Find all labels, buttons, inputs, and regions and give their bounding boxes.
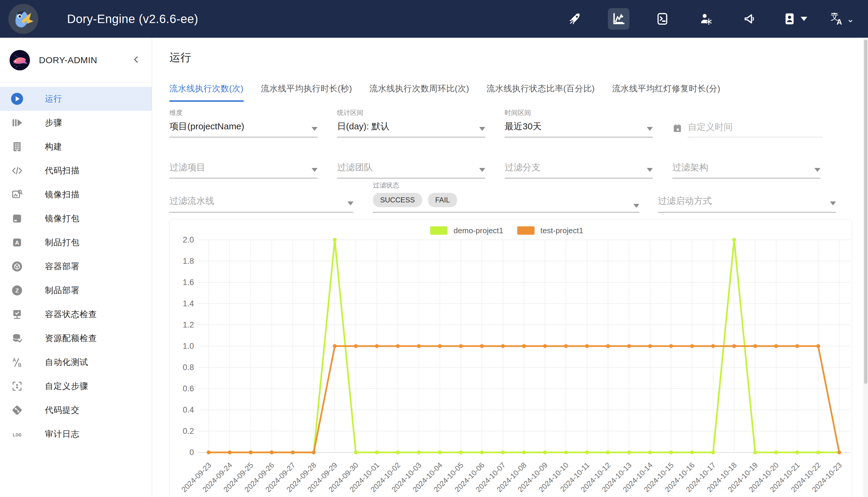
legend-swatch[interactable] <box>517 226 535 235</box>
app-header: Dory-Engine (v2.6.6-ee) <box>0 0 868 38</box>
account-icon[interactable] <box>783 8 807 30</box>
chart-card: demo-project1test-project1 00.20.40.60.8… <box>170 219 852 497</box>
custom-time-input[interactable]: 自定义时间 <box>672 109 822 138</box>
org-profile: DORY-ADMIN <box>0 38 152 83</box>
sidebar-item-3[interactable]: 代码扫描 <box>0 159 152 183</box>
line-chart[interactable]: 00.20.40.60.81.01.21.41.61.82.02024-09-2… <box>170 236 852 497</box>
sidebar-item-11[interactable]: AB 自动化测试 <box>0 350 152 374</box>
scrollbar[interactable] <box>863 38 868 497</box>
status-chip-fail[interactable]: FAIL <box>428 193 457 207</box>
status-chip-success[interactable]: SUCCESS <box>373 193 422 207</box>
dropdown-arrow-icon <box>647 127 653 131</box>
svg-text:0: 0 <box>189 448 194 457</box>
dory-fish-logo <box>9 4 38 34</box>
tab-bar: 流水线执行次数(次)流水线平均执行时长(秒)流水线执行次数周环比(次)流水线执行… <box>170 83 864 102</box>
sidebar-item-12[interactable]: 自定义步骤 <box>0 374 152 398</box>
dropdown-arrow-icon <box>312 127 318 131</box>
container-deploy-icon <box>10 259 24 273</box>
image-scan-icon <box>10 188 24 201</box>
scrollbar-thumb[interactable] <box>864 40 867 384</box>
rocket-icon[interactable] <box>564 8 586 30</box>
svg-text:0.8: 0.8 <box>183 363 194 372</box>
legend-swatch[interactable] <box>430 226 447 235</box>
chart-icon[interactable] <box>608 8 630 30</box>
sidebar-item-6[interactable]: A 制品打包 <box>0 230 152 255</box>
dropdown-arrow-icon <box>633 204 639 208</box>
main-content: 运行 流水线执行次数(次)流水线平均执行时长(秒)流水线执行次数周环比(次)流水… <box>153 38 864 497</box>
filter-row-3: 过滤流水线 过滤状态 SUCCESS FAIL 过滤启动方式 <box>170 181 864 213</box>
interval-select[interactable]: 统计区间 日(day): 默认 <box>337 109 485 138</box>
svg-text:0.6: 0.6 <box>183 384 194 393</box>
tab-1[interactable]: 流水线平均执行时长(秒) <box>261 83 352 102</box>
svg-text:1.6: 1.6 <box>183 278 194 287</box>
git-commit-icon <box>10 403 24 417</box>
sidebar-collapse-icon[interactable] <box>131 54 142 66</box>
dimension-select[interactable]: 维度 项目(projectName) <box>170 109 318 138</box>
svg-text:Z: Z <box>15 287 19 294</box>
filter-row-1: 维度 项目(projectName) 统计区间 日(day): 默认 时间区间 … <box>170 109 864 138</box>
announcement-icon[interactable] <box>739 8 761 30</box>
sidebar-item-label: 镜像打包 <box>45 213 79 224</box>
filter-trigger-select[interactable]: 过滤启动方式 <box>658 195 836 213</box>
dropdown-arrow-icon <box>347 201 353 205</box>
svg-text:A: A <box>15 240 19 246</box>
sidebar-item-0[interactable]: 运行 <box>0 87 152 111</box>
sidebar-item-2[interactable]: 构建 <box>0 135 152 159</box>
svg-text:1.2: 1.2 <box>183 321 194 329</box>
filter-project-select[interactable]: 过滤项目 <box>170 161 318 179</box>
sidebar-item-8[interactable]: Z 制品部署 <box>0 279 152 302</box>
tab-0[interactable]: 流水线执行次数(次) <box>170 83 244 102</box>
filter-branch-select[interactable]: 过滤分支 <box>505 161 653 179</box>
dropdown-arrow-icon <box>312 168 318 172</box>
sidebar-item-4[interactable]: 镜像扫描 <box>0 183 152 207</box>
sidebar-item-1[interactable]: 步骤 <box>0 111 152 135</box>
legend-label[interactable]: demo-project1 <box>453 226 503 235</box>
svg-text:2.0: 2.0 <box>183 236 194 244</box>
sidebar-item-label: 代码提交 <box>45 404 79 416</box>
account-caret-icon <box>801 17 807 21</box>
tab-4[interactable]: 流水线平均红灯修复时长(分) <box>612 83 721 102</box>
sidebar-item-label: 自定义步骤 <box>45 381 88 392</box>
dropdown-arrow-icon <box>830 201 836 205</box>
building-icon <box>10 140 24 154</box>
user-settings-icon[interactable] <box>695 8 717 30</box>
sidebar-menu: 运行 步骤 构建 代码扫描 镜像扫描 镜像打包A 制品打包 容器部署Z 制品部署… <box>0 83 152 446</box>
legend-label[interactable]: test-project1 <box>540 226 583 235</box>
sidebar-item-13[interactable]: 代码提交 <box>0 398 152 422</box>
page-title: 运行 <box>170 50 864 65</box>
filter-arch-select[interactable]: 过滤架构 <box>672 161 821 179</box>
sidebar-item-10[interactable]: 资源配额检查 <box>0 326 152 350</box>
sidebar-item-label: 镜像扫描 <box>45 189 79 200</box>
sidebar-item-5[interactable]: 镜像打包 <box>0 207 152 230</box>
app-logo <box>9 4 38 34</box>
svg-text:0.4: 0.4 <box>183 406 194 414</box>
sidebar-item-7[interactable]: 容器部署 <box>0 255 152 279</box>
svg-text:LOG: LOG <box>13 432 21 438</box>
sidebar-item-label: 容器状态检查 <box>45 309 97 320</box>
filter-status-select[interactable]: 过滤状态 SUCCESS FAIL <box>373 181 639 213</box>
sidebar-item-label: 构建 <box>45 141 62 152</box>
filter-pipeline-select[interactable]: 过滤流水线 <box>170 195 353 213</box>
svg-text:A: A <box>13 357 16 363</box>
time-range-select[interactable]: 时间区间 最近30天 <box>505 109 653 138</box>
language-chevron-icon: ⌄ <box>847 14 854 24</box>
sidebar-item-label: 容器部署 <box>45 261 79 272</box>
artifact-a-icon: A <box>10 236 24 250</box>
artifact-deploy-icon: Z <box>10 284 24 297</box>
sidebar-item-label: 制品打包 <box>45 237 79 248</box>
language-icon[interactable]: 文 A ⌄ <box>829 8 854 30</box>
package-box-icon <box>10 212 24 225</box>
sidebar-item-14[interactable]: LOG 审计日志 <box>0 422 152 446</box>
terminal-icon[interactable] <box>652 8 673 30</box>
tab-2[interactable]: 流水线执行次数周环比(次) <box>370 83 469 102</box>
filter-team-select[interactable]: 过滤团队 <box>337 161 485 179</box>
dropdown-arrow-icon <box>814 168 821 172</box>
tab-3[interactable]: 流水线执行状态比率(百分比) <box>487 83 595 102</box>
org-name: DORY-ADMIN <box>39 55 97 65</box>
sidebar-item-label: 运行 <box>45 93 62 104</box>
filter-row-2: 过滤项目 过滤团队 过滤分支 过滤架构 <box>170 161 864 179</box>
svg-text:1.0: 1.0 <box>183 342 194 351</box>
step-forward-icon <box>10 116 24 130</box>
sidebar-item-9[interactable]: 容器状态检查 <box>0 302 152 326</box>
dropdown-arrow-icon <box>479 127 485 131</box>
